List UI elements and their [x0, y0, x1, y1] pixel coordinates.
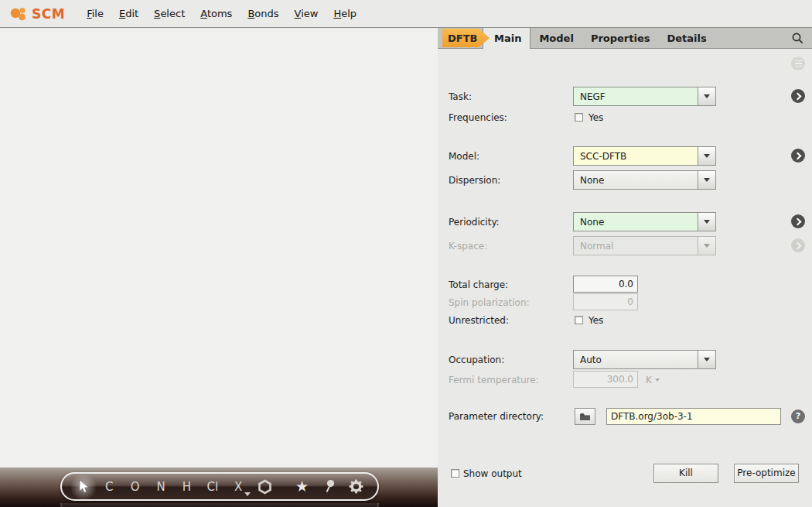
optimizer-tool-button[interactable] [348, 475, 365, 498]
element-picker-dropdown-icon [244, 492, 251, 496]
tab-model[interactable]: Model [531, 28, 582, 48]
element-button-n[interactable]: N [153, 475, 169, 498]
model-dropdown-arrow[interactable] [698, 147, 715, 165]
hamburger-icon [795, 60, 802, 62]
menu-file[interactable]: File [79, 3, 111, 24]
kspace-dropdown-arrow [698, 237, 715, 255]
dropdown-arrow-icon [704, 220, 710, 224]
fermi-temperature-input [573, 371, 638, 388]
fermi-temperature-label: Fermi temperature: [449, 375, 539, 385]
dropdown-arrow-icon [704, 94, 710, 98]
dropdown-arrow-icon [704, 154, 710, 158]
kspace-details-button [791, 238, 805, 252]
total-charge-input[interactable] [573, 276, 638, 293]
unrestricted-label: Unrestricted: [449, 315, 509, 326]
search-icon [791, 32, 804, 45]
menu-select[interactable]: Select [146, 3, 193, 24]
task-dropdown-arrow[interactable] [698, 87, 715, 105]
scm-logo: SCM [8, 4, 65, 24]
model-dropdown[interactable]: SCC-DFTB [573, 146, 716, 166]
task-label: Task: [449, 91, 472, 102]
periodicity-details-button[interactable] [791, 214, 805, 228]
kspace-dropdown: Normal [573, 236, 716, 255]
model-value: SCC-DFTB [574, 147, 698, 165]
panel-menu-button[interactable] [791, 57, 805, 70]
folder-icon [579, 413, 591, 421]
unrestricted-option-label[interactable]: Yes [589, 315, 603, 326]
show-output-label[interactable]: Show output [463, 468, 522, 479]
preoptimize-button[interactable]: Pre-optimize [734, 464, 799, 483]
parameter-directory-label: Parameter directory: [449, 411, 544, 422]
periodicity-value: None [574, 213, 698, 231]
tab-properties[interactable]: Properties [582, 28, 659, 48]
occupation-value: Auto [574, 351, 698, 368]
periodicity-dropdown-arrow[interactable] [698, 213, 715, 231]
scm-logo-icon [8, 4, 31, 24]
menu-bonds[interactable]: Bonds [240, 3, 286, 24]
tab-details[interactable]: Details [659, 28, 715, 48]
pin-icon [323, 479, 336, 494]
gear-icon [349, 479, 363, 494]
parameter-directory-input[interactable] [606, 408, 781, 425]
menu-atoms[interactable]: Atoms [193, 3, 240, 24]
dftb-gui-window: SCM File Edit Select Atoms Bonds View He… [0, 0, 812, 507]
task-value: NEGF [574, 87, 698, 105]
menu-help[interactable]: Help [326, 3, 364, 24]
dropdown-arrow-icon [704, 178, 710, 182]
spin-polarization-input [573, 293, 638, 310]
element-button-c[interactable]: C [101, 475, 117, 498]
scm-logo-text: SCM [32, 6, 65, 22]
dispersion-value: None [574, 171, 698, 189]
tab-bar: DFTB Main Model Properties Details [438, 28, 812, 49]
occupation-dropdown[interactable]: Auto [573, 350, 716, 369]
task-details-button[interactable] [791, 89, 805, 103]
spin-polarization-label: Spin polarization: [449, 297, 530, 308]
model-details-button[interactable] [791, 149, 805, 163]
pointer-active-glow [70, 473, 97, 501]
element-toolbar: C O N H Cl X ★ [60, 472, 379, 501]
frequencies-checkbox[interactable] [575, 113, 583, 122]
fermi-temperature-unit: K [646, 375, 660, 385]
kill-button[interactable]: Kill [653, 464, 718, 483]
dispersion-dropdown-arrow[interactable] [698, 171, 715, 189]
element-button-cl[interactable]: Cl [205, 475, 220, 498]
menu-view[interactable]: View [287, 3, 326, 24]
frequencies-option-label[interactable]: Yes [589, 112, 603, 123]
frequencies-label: Frequencies: [449, 112, 507, 123]
show-output-checkbox[interactable] [451, 469, 459, 478]
browse-directory-button[interactable] [575, 408, 595, 425]
ring-icon [258, 479, 272, 495]
model-label: Model: [449, 151, 479, 162]
periodicity-dropdown[interactable]: None [573, 212, 716, 231]
occupation-dropdown-arrow[interactable] [698, 351, 715, 368]
help-icon[interactable]: ? [791, 409, 805, 423]
unit-dropdown-icon [655, 379, 660, 382]
element-picker-label: X [234, 480, 242, 494]
kspace-value: Normal [574, 237, 698, 255]
periodicity-label: Periodicity: [449, 217, 500, 228]
occupation-label: Occupation: [449, 355, 504, 365]
settings-panel: DFTB Main Model Properties Details Task:… [438, 28, 812, 507]
search-button[interactable] [791, 28, 812, 48]
task-dropdown[interactable]: NEGF [573, 87, 716, 106]
toolbar-reflection [60, 503, 379, 507]
unrestricted-checkbox[interactable] [575, 316, 583, 324]
dropdown-arrow-icon [704, 244, 710, 248]
kspace-label: K-space: [449, 241, 487, 252]
measure-tool-button[interactable] [321, 475, 338, 498]
pointer-tool-button[interactable] [74, 475, 91, 498]
structures-tool-button[interactable]: ★ [293, 475, 310, 498]
dispersion-label: Dispersion: [449, 175, 500, 186]
unit-label: K [646, 375, 652, 385]
star-icon: ★ [295, 479, 309, 494]
tab-main[interactable]: Main [483, 28, 531, 49]
element-button-h[interactable]: H [179, 475, 194, 498]
dispersion-dropdown[interactable]: None [573, 170, 716, 190]
ring-tool-button[interactable] [256, 475, 273, 498]
element-button-o[interactable]: O [128, 475, 143, 498]
menu-edit[interactable]: Edit [111, 3, 146, 24]
menu-bar: SCM File Edit Select Atoms Bonds View He… [0, 0, 812, 28]
element-picker-button[interactable]: X [230, 475, 246, 498]
molecule-viewport[interactable]: C O N H Cl X ★ [0, 29, 438, 507]
total-charge-label: Total charge: [449, 279, 508, 290]
